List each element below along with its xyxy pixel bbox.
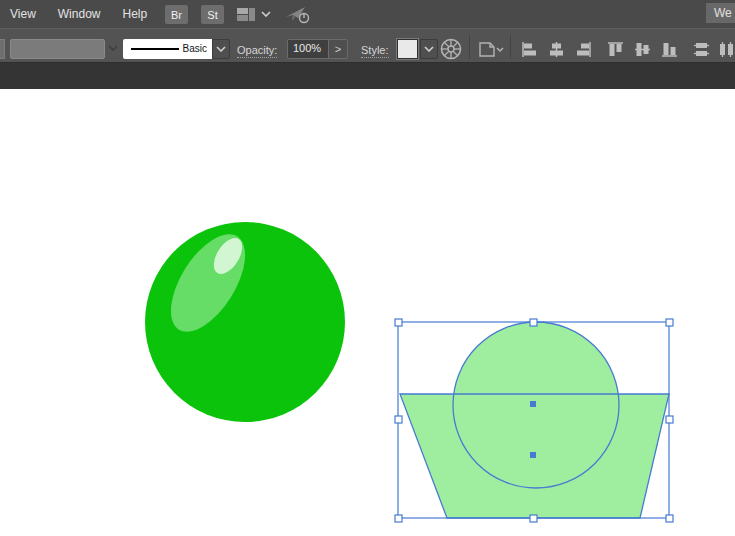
illustrator-window: View Window Help Br St We Basi bbox=[0, 0, 735, 536]
brush-definition-dropdown[interactable]: Basic bbox=[123, 39, 212, 59]
handle-top-left[interactable] bbox=[395, 319, 402, 326]
horizontal-align-right-button[interactable] bbox=[572, 37, 594, 61]
document-tab-strip bbox=[0, 63, 735, 89]
application-bar: View Window Help Br St We bbox=[0, 0, 735, 28]
menu-help[interactable]: Help bbox=[120, 7, 149, 21]
stock-button[interactable]: St bbox=[201, 5, 224, 24]
opacity-expand-button[interactable]: > bbox=[328, 40, 347, 58]
handle-top-right[interactable] bbox=[666, 319, 673, 326]
align-to-selection-dropdown[interactable] bbox=[476, 39, 506, 59]
style-dropdown-chevron[interactable] bbox=[420, 39, 438, 59]
vertical-align-top-button[interactable] bbox=[604, 37, 626, 61]
gpu-performance-rocket-icon[interactable] bbox=[284, 4, 312, 26]
artboard-canvas[interactable] bbox=[0, 89, 735, 536]
handle-mid-right[interactable] bbox=[666, 416, 673, 423]
control-bar: Basic Opacity: 100% > Style: bbox=[0, 28, 735, 63]
circle-center-marker[interactable] bbox=[530, 401, 536, 407]
handle-mid-left[interactable] bbox=[395, 416, 402, 423]
menu-window[interactable]: Window bbox=[56, 7, 103, 21]
vertical-distribute-center-button[interactable] bbox=[690, 37, 712, 61]
trapezoid-center-marker[interactable] bbox=[530, 452, 536, 458]
separator bbox=[510, 35, 511, 59]
opacity-value-field[interactable]: 100% bbox=[288, 40, 328, 58]
handle-bottom-left[interactable] bbox=[395, 515, 402, 522]
recolor-artwork-icon[interactable] bbox=[439, 37, 463, 61]
brush-stroke-preview bbox=[131, 48, 179, 50]
opacity-label[interactable]: Opacity: bbox=[237, 44, 277, 58]
vertical-align-bottom-button[interactable] bbox=[658, 37, 680, 61]
horizontal-align-left-button[interactable] bbox=[518, 37, 540, 61]
opacity-control: 100% > bbox=[287, 39, 348, 59]
menu-view[interactable]: View bbox=[8, 7, 38, 21]
handle-top-center[interactable] bbox=[530, 319, 537, 326]
handle-bottom-center[interactable] bbox=[530, 515, 537, 522]
separator bbox=[469, 35, 470, 59]
horizontal-distribute-center-button[interactable] bbox=[715, 37, 735, 61]
chevron-down-icon[interactable] bbox=[261, 11, 271, 17]
selected-artwork-group[interactable] bbox=[395, 319, 673, 522]
bridge-button[interactable]: Br bbox=[165, 5, 188, 24]
vertical-align-center-button[interactable] bbox=[631, 37, 653, 61]
brush-dropdown-chevron[interactable] bbox=[212, 39, 230, 59]
clipped-control bbox=[0, 39, 5, 59]
variable-width-profile-dropdown[interactable] bbox=[10, 39, 105, 59]
brush-name-label: Basic bbox=[183, 43, 207, 54]
graphic-style-swatch[interactable] bbox=[397, 39, 418, 59]
workspace-preset-button[interactable]: We bbox=[706, 3, 735, 23]
graphic-style-label[interactable]: Style: bbox=[361, 44, 389, 58]
handle-bottom-right[interactable] bbox=[666, 515, 673, 522]
workspace-switcher-icon[interactable] bbox=[237, 8, 255, 21]
artwork-layer bbox=[0, 89, 735, 536]
glossy-ball-object[interactable] bbox=[145, 222, 345, 422]
horizontal-align-center-button[interactable] bbox=[545, 37, 567, 61]
menubar: View Window Help bbox=[8, 0, 149, 28]
chevron-down-icon[interactable] bbox=[108, 45, 118, 51]
